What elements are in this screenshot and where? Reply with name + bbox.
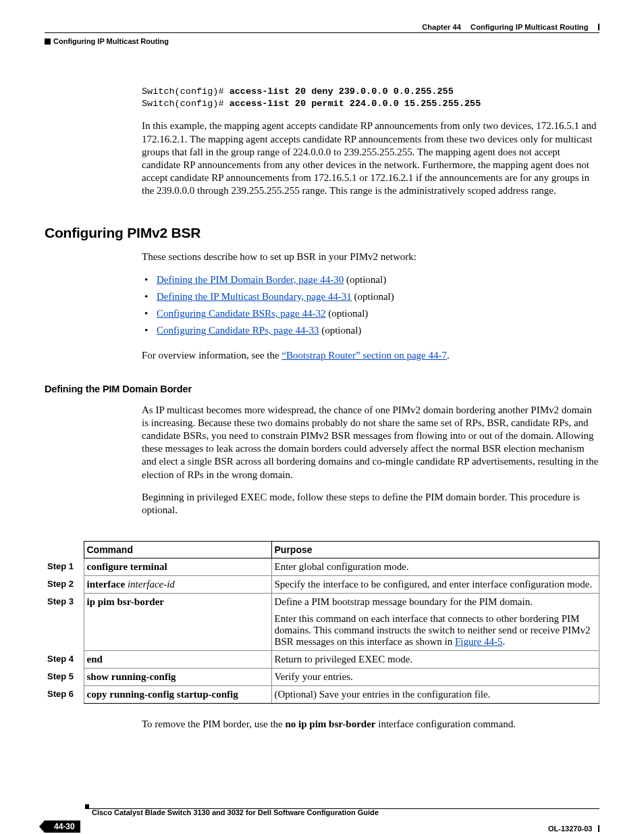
cmd-cell: configure terminal xyxy=(84,558,271,576)
border-paragraph: As IP multicast becomes more widespread,… xyxy=(142,404,599,481)
chapter-title: Configuring IP Multicast Routing xyxy=(471,23,588,31)
footer-marker-icon xyxy=(85,804,89,808)
purpose-cell: Return to privileged EXEC mode. xyxy=(271,651,599,669)
table-row: Step 6 copy running-config startup-confi… xyxy=(45,686,599,704)
intro-paragraph: In this example, the mapping agent accep… xyxy=(142,120,599,197)
section-marker-icon xyxy=(45,38,51,45)
purpose-cell: Define a PIM bootstrap message boundary … xyxy=(271,594,599,651)
footer-rule-tick xyxy=(598,825,600,832)
code-block: Switch(config)# access-list 20 deny 239.… xyxy=(142,86,599,110)
doc-id: OL-13270-03 xyxy=(548,825,592,833)
step-label: Step 2 xyxy=(45,576,84,594)
step-label: Step 5 xyxy=(45,669,84,686)
cmd-cell: interface interface-id xyxy=(84,576,271,594)
cmd-cell: ip pim bsr-border xyxy=(84,594,271,651)
section-label: Configuring IP Multicast Routing xyxy=(53,37,169,45)
cmd-cell: copy running-config startup-config xyxy=(84,686,271,704)
link-ip-boundary[interactable]: Defining the IP Multicast Boundary, page… xyxy=(157,291,352,302)
list-item: Configuring Candidate RPs, page 44-33 (o… xyxy=(142,322,599,339)
purpose-cell: Verify your entries. xyxy=(271,669,599,686)
header-rule xyxy=(45,32,599,33)
list-item: Defining the PIM Domain Border, page 44-… xyxy=(142,271,599,288)
exec-paragraph: Beginning in privileged EXEC mode, follo… xyxy=(142,491,599,517)
link-candidate-bsrs[interactable]: Configuring Candidate BSRs, page 44-32 xyxy=(157,308,325,319)
table-row: Step 4 end Return to privileged EXEC mod… xyxy=(45,651,599,669)
cmd-cell: show running-config xyxy=(84,669,271,686)
table-row: Step 1 configure terminal Enter global c… xyxy=(45,558,599,576)
after-table-note: To remove the PIM border, use the no ip … xyxy=(142,719,599,730)
link-bootstrap-router[interactable]: “Bootstrap Router” section on page 44-7 xyxy=(281,350,447,361)
th-purpose: Purpose xyxy=(271,542,599,558)
th-command: Command xyxy=(84,542,271,558)
purpose-cell: Specify the interface to be configured, … xyxy=(271,576,599,594)
header-rule-tick xyxy=(598,24,600,30)
page-number-badge: 44-30 xyxy=(45,820,80,833)
table-row: Step 5 show running-config Verify your e… xyxy=(45,669,599,686)
link-figure-44-5[interactable]: Figure 44-5 xyxy=(455,636,502,647)
table-row: Step 2 interface interface-id Specify th… xyxy=(45,576,599,594)
step-label: Step 6 xyxy=(45,686,84,704)
link-pim-border[interactable]: Defining the PIM Domain Border, page 44-… xyxy=(157,274,344,285)
purpose-cell: Enter global configuration mode. xyxy=(271,558,599,576)
overview-line: For overview information, see the “Boots… xyxy=(142,349,599,362)
list-item: Configuring Candidate BSRs, page 44-32 (… xyxy=(142,305,599,322)
page-footer: Cisco Catalyst Blade Switch 3130 and 303… xyxy=(45,804,599,833)
cmd-cell: end xyxy=(84,651,271,669)
page-header: Chapter 44 Configuring IP Multicast Rout… xyxy=(45,23,599,31)
command-table: Command Purpose Step 1 configure termina… xyxy=(45,541,599,704)
section-heading: Configuring PIMv2 BSR xyxy=(45,225,599,241)
step-label: Step 3 xyxy=(45,594,84,651)
subsection-heading: Defining the PIM Domain Border xyxy=(45,384,599,394)
bullet-list: Defining the PIM Domain Border, page 44-… xyxy=(142,271,599,340)
step-label: Step 4 xyxy=(45,651,84,669)
list-item: Defining the IP Multicast Boundary, page… xyxy=(142,288,599,305)
footer-book-title: Cisco Catalyst Blade Switch 3130 and 303… xyxy=(92,808,599,816)
table-row: Step 3 ip pim bsr-border Define a PIM bo… xyxy=(45,594,599,651)
chapter-number: Chapter 44 xyxy=(422,23,461,31)
step-label: Step 1 xyxy=(45,558,84,576)
bsr-intro: These sections describe how to set up BS… xyxy=(142,251,599,263)
link-candidate-rps[interactable]: Configuring Candidate RPs, page 44-33 xyxy=(157,325,319,336)
purpose-cell: (Optional) Save your entries in the conf… xyxy=(271,686,599,704)
